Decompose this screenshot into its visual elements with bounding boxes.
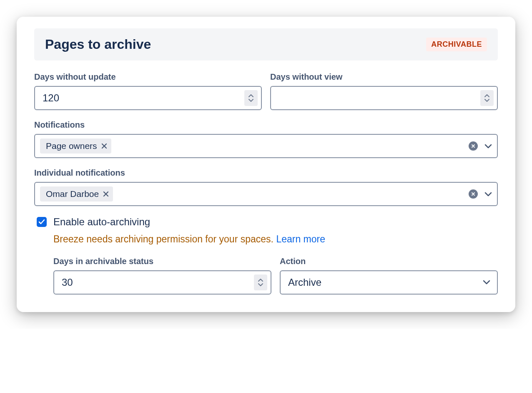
input-days-in-status[interactable] <box>53 270 271 295</box>
close-icon <box>471 192 475 196</box>
chevron-down-icon[interactable] <box>484 191 492 196</box>
stepper-days-without-update[interactable] <box>244 90 258 106</box>
chevron-up-icon <box>484 94 489 98</box>
checkbox-row-auto-archiving: Enable auto-archiving <box>37 216 498 228</box>
input-days-without-view[interactable] <box>270 86 498 110</box>
chevron-down-icon <box>484 98 489 102</box>
learn-more-link[interactable]: Learn more <box>276 234 325 244</box>
check-icon <box>38 219 45 225</box>
select-action[interactable]: Archive <box>280 270 498 295</box>
stepper-days-without-view[interactable] <box>480 90 494 106</box>
page-title: Pages to archive <box>45 37 151 52</box>
chevron-down-icon <box>258 283 263 286</box>
label-notifications: Notifications <box>34 120 498 130</box>
stepper-days-in-status[interactable] <box>254 275 267 290</box>
field-action: Action Archive <box>280 257 498 295</box>
tag-remove-page-owners[interactable] <box>101 143 107 149</box>
tag-remove-omar-darboe[interactable] <box>103 191 109 197</box>
checkbox-label-auto-archiving: Enable auto-archiving <box>53 216 150 228</box>
multiselect-individual-notifications[interactable]: Omar Darboe <box>34 182 498 206</box>
field-individual-notifications: Individual notifications Omar Darboe <box>34 168 498 206</box>
multiselect-notifications[interactable]: Page owners <box>34 134 498 158</box>
field-days-without-view: Days without view <box>270 72 498 110</box>
field-notifications: Notifications Page owners <box>34 120 498 158</box>
field-days-without-update: Days without update <box>34 72 262 110</box>
label-action: Action <box>280 257 498 266</box>
chevron-up-icon <box>248 94 253 98</box>
close-icon <box>103 191 109 197</box>
status-badge: ARCHIVABLE <box>426 38 487 51</box>
checkbox-auto-archiving[interactable] <box>37 217 47 227</box>
close-icon <box>471 144 475 148</box>
tag-label: Omar Darboe <box>46 189 99 199</box>
warning-message: Breeze needs archiving permission for yo… <box>53 234 276 244</box>
tag-page-owners: Page owners <box>40 139 111 154</box>
chevron-up-icon <box>258 279 263 282</box>
close-icon <box>101 143 107 149</box>
clear-notifications[interactable] <box>469 141 478 151</box>
chevron-down-icon <box>248 98 253 102</box>
warning-text: Breeze needs archiving permission for yo… <box>53 234 498 245</box>
header-bar: Pages to archive ARCHIVABLE <box>34 28 498 60</box>
label-days-without-view: Days without view <box>270 72 498 82</box>
field-days-in-status: Days in archivable status <box>53 257 271 295</box>
clear-individual-notifications[interactable] <box>469 189 478 199</box>
tag-omar-darboe: Omar Darboe <box>40 186 113 202</box>
label-individual-notifications: Individual notifications <box>34 168 498 178</box>
chevron-down-icon[interactable] <box>484 144 492 149</box>
input-days-without-update[interactable] <box>34 86 262 110</box>
tag-label: Page owners <box>46 141 97 151</box>
label-days-without-update: Days without update <box>34 72 262 82</box>
label-days-in-status: Days in archivable status <box>53 257 271 266</box>
settings-card: Pages to archive ARCHIVABLE Days without… <box>17 17 515 312</box>
